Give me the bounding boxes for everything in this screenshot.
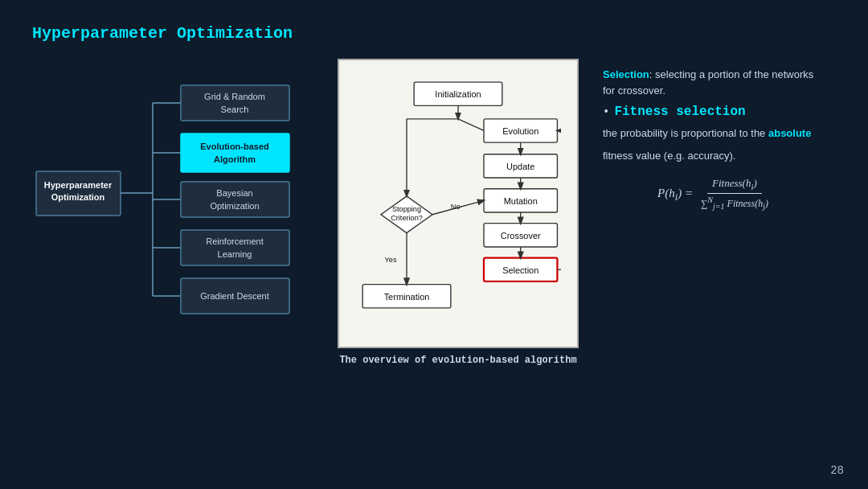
formula-box: P(hi) = Fitness(hi) ∑Nj=1 Fitness(hj) [603,175,828,212]
formula-fraction: Fitness(hi) ∑Nj=1 Fitness(hj) [696,175,773,212]
bullet-icon: • [603,105,609,118]
main-content: Hyperparameter Optimization Grid & Rando… [32,59,836,366]
fitness-description: the probability is proportional to the a… [603,125,828,142]
svg-text:Optimization: Optimization [51,192,105,202]
svg-text:Gradient Descent: Gradient Descent [200,291,269,301]
svg-text:Criterion?: Criterion? [391,214,423,222]
svg-text:Optimization: Optimization [210,201,259,211]
svg-rect-13 [181,134,289,172]
svg-text:Termination: Termination [384,292,430,302]
taxonomy-svg: Hyperparameter Optimization Grid & Rando… [32,75,321,332]
taxonomy-section: Hyperparameter Optimization Grid & Rando… [32,75,321,332]
svg-text:Yes: Yes [385,256,397,264]
fitness-value-text: fitness value (e.g. accuracy). [603,148,828,164]
svg-rect-19 [181,230,289,265]
selection-description: Selection: selecting a portion of the ne… [603,67,828,98]
svg-text:No: No [451,203,461,211]
fitness-keyword: Fitness selection [614,105,745,119]
formula-numerator: Fitness(hi) [707,175,762,194]
slide-container: Hyperparameter Optimization Hyperparamet… [0,0,868,489]
svg-rect-10 [181,85,289,121]
svg-text:Evolution-based: Evolution-based [200,142,269,151]
svg-rect-16 [181,182,289,217]
svg-text:Bayesian: Bayesian [216,188,252,198]
explanation-section: Selection: selecting a portion of the ne… [595,67,836,366]
svg-text:Selection: Selection [502,265,538,275]
flowchart-box: Initialization Evolution Update Mutation [338,59,579,348]
fitness-text: the probability is proportional to the [603,127,768,139]
flowchart-svg: Initialization Evolution Update Mutation [355,72,561,335]
svg-text:Initialization: Initialization [435,89,481,99]
fitness-bullet: • Fitness selection [603,105,828,119]
formula-denominator: ∑Nj=1 Fitness(hj) [696,194,773,212]
page-number: 28 [830,464,844,477]
svg-line-29 [458,119,484,131]
svg-text:Grid & Random: Grid & Random [204,92,265,101]
selection-keyword: Selection [603,68,649,80]
svg-text:Mutation: Mutation [504,196,538,206]
absolute-keyword: absolute [768,127,811,139]
flowchart-caption: The overview of evolution-based algorith… [339,355,576,366]
flowchart-section: Initialization Evolution Update Mutation [338,59,579,366]
svg-text:Search: Search [221,105,249,114]
svg-text:Learning: Learning [218,249,252,259]
svg-text:Reinforcement: Reinforcement [206,236,264,246]
svg-text:Crossover: Crossover [501,231,541,240]
svg-text:Algorithm: Algorithm [214,154,256,164]
svg-text:Hyperparameter: Hyperparameter [44,180,113,190]
formula-lhs: P(hi) = [657,187,696,199]
slide-title: Hyperparameter Optimization [32,24,836,43]
svg-text:Stopping: Stopping [392,205,421,213]
svg-text:Update: Update [506,162,534,171]
svg-text:Evolution: Evolution [502,126,538,136]
